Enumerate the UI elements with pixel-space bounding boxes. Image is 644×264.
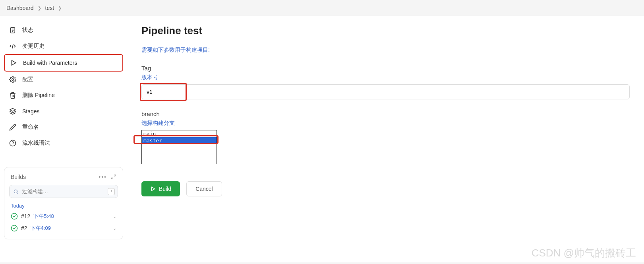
svg-line-11 [112,177,113,179]
play-icon [10,59,17,67]
shortcut-slash-icon: / [108,188,115,195]
sidebar: 状态 变更历史 Build with Parameters 配置 删除 Pipe… [0,16,127,262]
cancel-button[interactable]: Cancel [186,181,222,196]
build-hint: 需要如下参数用于构建项目: [141,47,630,54]
svg-point-14 [12,214,17,219]
search-icon [13,189,19,194]
svg-point-15 [12,225,17,231]
sidebar-item-stages[interactable]: Stages [4,103,123,119]
sidebar-item-label: 配置 [22,76,33,83]
svg-marker-7 [10,109,16,112]
builds-panel: Builds ••• / Today #12 下午5:48 ⌄ #2 [4,167,123,239]
svg-point-12 [14,190,17,193]
sidebar-item-label: Build with Parameters [23,60,77,66]
breadcrumb: Dashboard ❯ test ❯ [0,0,644,16]
help-icon [9,139,17,147]
sidebar-item-syntax[interactable]: 流水线语法 [4,135,123,151]
sidebar-item-label: 重命名 [22,124,39,131]
expand-icon[interactable] [111,174,116,180]
svg-marker-16 [152,187,155,190]
sidebar-item-label: Stages [22,108,40,115]
chevron-right-icon: ❯ [58,6,62,11]
branch-select[interactable]: main master [141,130,217,164]
sidebar-item-changes[interactable]: 变更历史 [4,38,123,54]
more-icon[interactable]: ••• [99,174,107,180]
build-number: #2 [21,225,27,231]
builds-today-label: Today [11,203,116,209]
branch-option-main[interactable]: main [142,130,217,137]
sidebar-item-rename[interactable]: 重命名 [4,119,123,135]
sidebar-item-label: 删除 Pipeline [22,92,55,99]
breadcrumb-dashboard[interactable]: Dashboard [6,5,34,11]
svg-point-6 [12,79,14,81]
breadcrumb-project[interactable]: test [45,5,54,11]
pencil-icon [9,123,17,131]
page-title: Pipeline test [141,25,630,37]
sidebar-item-delete[interactable]: 删除 Pipeline [4,87,123,103]
build-row[interactable]: #2 下午4:09 ⌄ [9,222,118,234]
trash-icon [9,91,17,99]
sidebar-item-label: 流水线语法 [22,140,50,147]
param-branch-desc: 选择构建分支 [141,120,630,127]
tag-input[interactable] [141,84,630,99]
layers-icon [9,107,17,115]
main-content: Pipeline test 需要如下参数用于构建项目: Tag 版本号 bran… [127,16,644,262]
gear-icon [9,76,17,83]
sidebar-item-label: 变更历史 [22,43,44,50]
param-tag-desc: 版本号 [141,74,630,81]
svg-line-10 [114,175,116,177]
svg-marker-5 [12,60,16,65]
success-icon [11,225,18,232]
param-tag-label: Tag [141,65,630,72]
build-button-label: Build [159,186,171,192]
filter-builds-input[interactable] [9,185,118,198]
document-icon [9,26,17,34]
build-time: 下午4:09 [31,225,51,232]
builds-title: Builds [11,174,26,180]
svg-line-13 [17,192,18,194]
sidebar-item-status[interactable]: 状态 [4,22,123,38]
sidebar-item-label: 状态 [22,27,33,34]
chevron-down-icon[interactable]: ⌄ [113,226,116,231]
build-number: #12 [21,213,30,219]
build-row[interactable]: #12 下午5:48 ⌄ [9,210,118,222]
sidebar-item-configure[interactable]: 配置 [4,72,123,87]
build-time: 下午5:48 [33,213,54,220]
chevron-right-icon: ❯ [38,6,41,11]
code-icon [9,42,17,50]
success-icon [11,213,18,220]
svg-line-4 [12,44,14,49]
param-branch-label: branch [141,111,630,117]
play-icon [150,186,156,192]
sidebar-item-build-params[interactable]: Build with Parameters [4,54,123,72]
build-button[interactable]: Build [141,181,180,196]
chevron-down-icon[interactable]: ⌄ [113,214,116,219]
branch-option-master[interactable]: master [142,137,217,144]
